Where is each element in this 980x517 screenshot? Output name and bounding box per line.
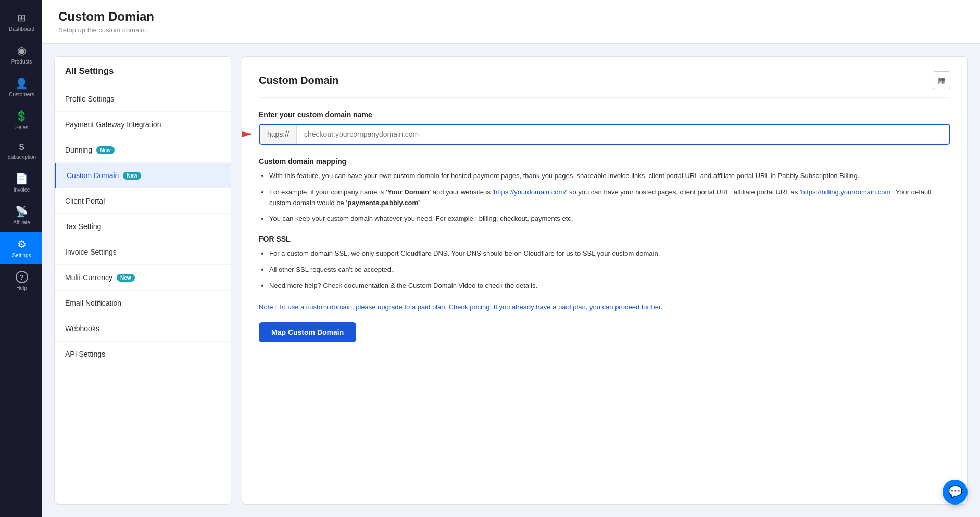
sidebar-item-products[interactable]: ◉ Products: [0, 38, 42, 71]
content-area: All Settings Profile Settings Payment Ga…: [42, 44, 980, 517]
settings-item-label-custom-domain: Custom Domain: [67, 171, 119, 180]
sidebar-item-settings[interactable]: ⚙ Settings: [0, 232, 42, 264]
settings-item-email-notification[interactable]: Email Notification: [55, 291, 231, 316]
multi-currency-badge: New: [117, 274, 135, 282]
sidebar-item-sales[interactable]: 💲 Sales: [0, 104, 42, 136]
sidebar: ⊞ Dashboard ◉ Products 👤 Customers 💲 Sal…: [0, 0, 42, 517]
sidebar-item-affiliate[interactable]: 📡 Affiliate: [0, 199, 42, 232]
mapping-bullet-3: You can keep your custom domain whatever…: [269, 213, 950, 224]
settings-item-label-tax: Tax Setting: [65, 222, 101, 231]
red-arrow: [242, 125, 256, 144]
settings-item-client-portal[interactable]: Client Portal: [55, 188, 231, 214]
settings-item-invoice-settings[interactable]: Invoice Settings: [55, 239, 231, 265]
customers-icon: 👤: [15, 77, 28, 90]
sidebar-label-settings: Settings: [12, 253, 31, 258]
custom-domain-panel: Custom Domain ▦ Enter your custom domain…: [242, 56, 968, 505]
settings-item-label-invoice-settings: Invoice Settings: [65, 248, 117, 256]
mapping-bullet-2: For example, if your company name is 'Yo…: [269, 187, 950, 209]
settings-item-label-dunning: Dunning: [65, 146, 92, 154]
settings-item-tax[interactable]: Tax Setting: [55, 214, 231, 239]
domain-input[interactable]: [297, 125, 949, 144]
sidebar-label-subscription: Subscription: [7, 154, 36, 160]
chat-icon: 💬: [948, 485, 962, 499]
settings-item-api[interactable]: API Settings: [55, 342, 231, 367]
sidebar-label-sales: Sales: [15, 124, 28, 130]
ssl-bullets: For a custom domain SSL, we only support…: [259, 248, 950, 291]
panel-header: Custom Domain ▦: [259, 71, 950, 98]
settings-panel: All Settings Profile Settings Payment Ga…: [54, 56, 231, 505]
settings-item-payment[interactable]: Payment Gateway Integration: [55, 112, 231, 137]
settings-item-label-email: Email Notification: [65, 299, 121, 307]
panel-title: Custom Domain: [259, 74, 338, 86]
mapping-section: Custom domain mapping With this feature,…: [259, 157, 950, 224]
sidebar-item-help[interactable]: ? Help: [0, 264, 42, 297]
video-icon: ▦: [938, 75, 946, 85]
settings-item-webhooks[interactable]: Webhooks: [55, 316, 231, 342]
page-title: Custom Domian: [58, 9, 963, 24]
billing-link[interactable]: 'https://billing.yourdomain.com': [800, 188, 892, 196]
map-custom-domain-button[interactable]: Map Custom Domain: [259, 322, 356, 342]
sidebar-label-invoice: Invoice: [14, 187, 30, 193]
settings-item-label-payment: Payment Gateway Integration: [65, 120, 161, 129]
settings-item-label-profile: Profile Settings: [65, 95, 114, 103]
affiliate-icon: 📡: [15, 205, 28, 218]
ssl-section: FOR SSL For a custom domain SSL, we only…: [259, 235, 950, 291]
form-label: Enter your custom domain name: [259, 110, 950, 119]
dashboard-icon: ⊞: [17, 11, 26, 24]
settings-item-label-multi-currency: Multi-Currency: [65, 273, 112, 282]
domain-prefix: https://: [260, 125, 297, 144]
settings-item-profile[interactable]: Profile Settings: [55, 86, 231, 112]
sidebar-item-customers[interactable]: 👤 Customers: [0, 71, 42, 104]
sidebar-item-invoice[interactable]: 📄 Invoice: [0, 166, 42, 199]
page-header: Custom Domian Setup up the custom domain…: [42, 0, 980, 44]
main-content: Custom Domian Setup up the custom domain…: [42, 0, 980, 517]
domain-form: Enter your custom domain name https://: [259, 110, 950, 342]
sidebar-label-products: Products: [11, 59, 32, 65]
sidebar-item-dashboard[interactable]: ⊞ Dashboard: [0, 5, 42, 38]
ssl-bullet-3: Need more help? Check documentation & th…: [269, 281, 950, 292]
mapping-bullet-1: With this feature, you can have your own…: [269, 171, 950, 182]
settings-item-label-webhooks: Webhooks: [65, 324, 99, 333]
settings-panel-title: All Settings: [55, 57, 231, 86]
help-icon: ?: [16, 271, 28, 283]
settings-item-multi-currency[interactable]: Multi-Currency New: [55, 265, 231, 291]
chat-bubble[interactable]: 💬: [943, 480, 968, 505]
mapping-bullets: With this feature, you can have your own…: [259, 171, 950, 224]
ssl-bullet-2: All other SSL requests can't be accepted…: [269, 264, 950, 275]
settings-item-custom-domain[interactable]: Custom Domain New: [55, 163, 231, 188]
settings-item-label-api: API Settings: [65, 350, 105, 358]
dunning-badge: New: [96, 146, 115, 154]
yourdomain-link[interactable]: 'https://yourdomain.com/': [493, 188, 568, 196]
sidebar-item-subscription[interactable]: S Subscription: [0, 136, 42, 166]
ssl-title: FOR SSL: [259, 235, 950, 243]
settings-item-dunning[interactable]: Dunning New: [55, 137, 231, 163]
invoice-icon: 📄: [15, 172, 28, 185]
settings-item-label-client-portal: Client Portal: [65, 197, 105, 205]
settings-icon: ⚙: [17, 238, 27, 250]
mapping-title: Custom domain mapping: [259, 157, 950, 166]
products-icon: ◉: [17, 44, 26, 57]
subscription-icon: S: [19, 143, 24, 152]
upgrade-note: Note : To use a custom domain, please up…: [259, 302, 950, 312]
sidebar-label-affiliate: Affiliate: [13, 220, 30, 225]
sales-icon: 💲: [15, 110, 28, 122]
sidebar-label-dashboard: Dashboard: [9, 26, 34, 32]
page-subtitle: Setup up the custom domain.: [58, 26, 963, 34]
custom-domain-badge: New: [123, 172, 141, 180]
ssl-bullet-1: For a custom domain SSL, we only support…: [269, 248, 950, 259]
video-icon-button[interactable]: ▦: [933, 71, 950, 89]
sidebar-label-customers: Customers: [9, 92, 34, 97]
sidebar-label-help: Help: [16, 285, 27, 291]
